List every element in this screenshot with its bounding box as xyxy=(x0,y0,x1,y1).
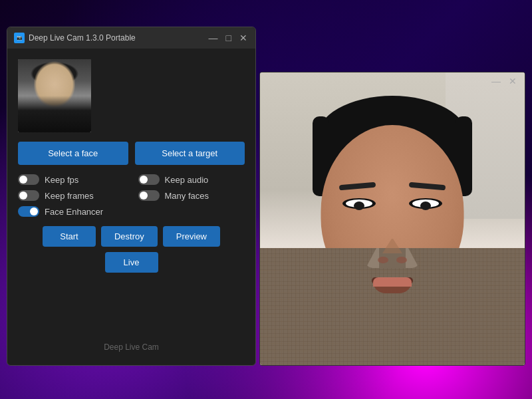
face-image-container xyxy=(18,59,245,132)
person-overlay xyxy=(260,72,525,365)
app-icon: 📷 xyxy=(14,33,25,43)
destroy-button[interactable]: Destroy xyxy=(101,226,158,247)
action-row-2: Live xyxy=(18,252,245,273)
minimize-button[interactable]: — xyxy=(207,33,219,43)
toggle-row-keep-frames: Keep frames xyxy=(18,190,125,201)
keep-frames-toggle[interactable] xyxy=(18,190,39,201)
webcam-feed xyxy=(260,72,525,365)
keep-fps-label: Keep fps xyxy=(45,175,78,185)
app-title: Deep Live Cam 1.3.0 Portable xyxy=(29,33,136,43)
close-button[interactable]: ✕ xyxy=(238,33,249,43)
keep-fps-toggle[interactable] xyxy=(18,174,39,185)
app-icon-label: 📷 xyxy=(17,35,23,41)
many-faces-toggle[interactable] xyxy=(138,190,160,201)
keep-frames-label: Keep frames xyxy=(45,191,94,201)
select-buttons-row: Select a face Select a target xyxy=(18,142,245,165)
toggle-row-keep-audio: Keep audio xyxy=(138,174,245,185)
title-bar-left: 📷 Deep Live Cam 1.3.0 Portable xyxy=(14,33,136,43)
select-target-button[interactable]: Select a target xyxy=(135,142,245,165)
keep-audio-label: Keep audio xyxy=(165,175,209,185)
toggle-row-many-faces: Many faces xyxy=(138,190,245,201)
app-window: 📷 Deep Live Cam 1.3.0 Portable — □ ✕ Sel… xyxy=(7,27,256,366)
webcam-close-button[interactable]: ✕ xyxy=(507,76,518,86)
action-row-1: Start Destroy Preview xyxy=(18,226,245,247)
many-faces-label: Many faces xyxy=(165,191,209,201)
live-button[interactable]: Live xyxy=(105,252,158,273)
select-face-button[interactable]: Select a face xyxy=(18,142,128,165)
toggle-row-keep-fps: Keep fps xyxy=(18,174,125,185)
face-enhancer-label: Face Enhancer xyxy=(45,207,103,217)
toggles-section: Keep fps Keep audio Keep frames Many fac… xyxy=(18,174,245,217)
window-content: Select a face Select a target Keep fps K… xyxy=(7,49,255,365)
preview-button[interactable]: Preview xyxy=(163,226,220,247)
window-controls: — □ ✕ xyxy=(207,33,249,43)
face-enhancer-toggle[interactable] xyxy=(18,206,39,217)
webcam-minimize-button[interactable]: — xyxy=(490,76,502,86)
footer-text: Deep Live Cam xyxy=(18,342,245,354)
title-bar: 📷 Deep Live Cam 1.3.0 Portable — □ ✕ xyxy=(7,27,255,49)
toggle-row-face-enhancer: Face Enhancer xyxy=(18,206,125,217)
action-buttons: Start Destroy Preview Live xyxy=(18,226,245,273)
start-button[interactable]: Start xyxy=(43,226,96,247)
selected-face-image xyxy=(18,59,91,132)
maximize-button[interactable]: □ xyxy=(225,33,233,43)
webcam-titlebar: — ✕ xyxy=(483,72,525,90)
keep-audio-toggle[interactable] xyxy=(138,174,160,185)
webcam-window: — ✕ xyxy=(259,72,525,366)
